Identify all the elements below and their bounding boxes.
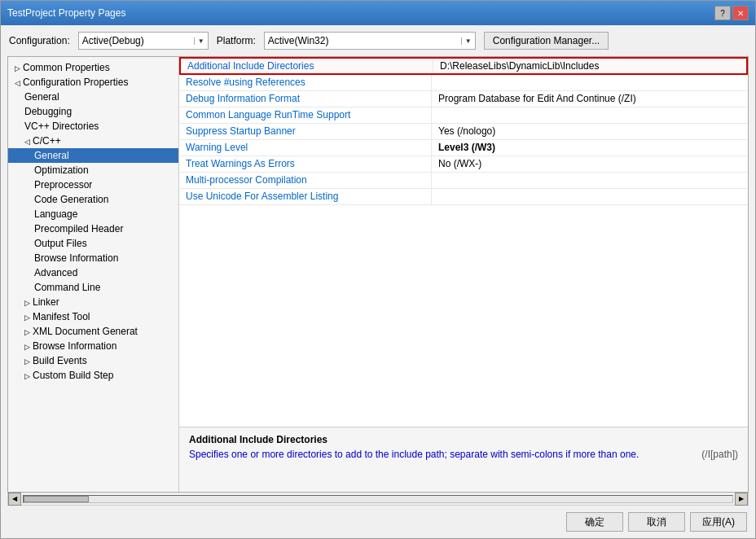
sidebar-item-general[interactable]: General bbox=[8, 90, 178, 104]
sidebar-item-browse-info-cpp[interactable]: Browse Information bbox=[8, 251, 178, 265]
config-arrow-icon: ▼ bbox=[194, 37, 204, 45]
info-desc-text: Specifies one or more directories to add… bbox=[189, 449, 639, 460]
properties-table: Additional Include DirectoriesD:\Release… bbox=[179, 57, 748, 427]
sidebar-item-label: Optimization bbox=[34, 164, 89, 176]
property-row[interactable]: Additional Include DirectoriesD:\Release… bbox=[179, 57, 748, 75]
info-title: Additional Include Directories bbox=[189, 434, 738, 445]
sidebar: ▷Common Properties◁Configuration Propert… bbox=[8, 57, 179, 492]
sidebar-item-label: General bbox=[34, 150, 69, 161]
sidebar-item-xml-doc[interactable]: ▷XML Document Generat bbox=[8, 324, 178, 339]
confirm-button[interactable]: 确定 bbox=[566, 512, 623, 532]
property-name: Warning Level bbox=[179, 140, 432, 156]
tree-icon: ▷ bbox=[24, 313, 30, 322]
config-manager-button[interactable]: Configuration Manager... bbox=[484, 32, 609, 50]
platform-value: Active(Win32) bbox=[268, 35, 329, 46]
scroll-left-button[interactable]: ◀ bbox=[8, 493, 21, 506]
scroll-right-button[interactable]: ▶ bbox=[735, 493, 748, 506]
bottom-bar: 确定 取消 应用(A) bbox=[1, 506, 755, 538]
title-bar-buttons: ? ✕ bbox=[714, 6, 749, 20]
info-panel: Additional Include Directories (/I[path]… bbox=[179, 427, 748, 492]
property-value: Level3 (/W3) bbox=[432, 140, 748, 156]
info-description: (/I[path]) Specifies one or more directo… bbox=[189, 449, 738, 460]
sidebar-item-label: VC++ Directories bbox=[24, 121, 99, 132]
sidebar-item-optimization[interactable]: Optimization bbox=[8, 163, 178, 177]
property-name: Suppress Startup Banner bbox=[179, 124, 432, 139]
sidebar-item-label: Code Generation bbox=[34, 194, 108, 205]
property-value: Program Database for Edit And Continue (… bbox=[432, 91, 748, 107]
sidebar-item-custom-build[interactable]: ▷Custom Build Step bbox=[8, 368, 178, 383]
sidebar-item-label: Configuration Properties bbox=[23, 77, 128, 88]
scroll-track[interactable] bbox=[23, 495, 733, 503]
sidebar-item-label: Custom Build Step bbox=[33, 370, 113, 381]
property-row[interactable]: Common Language RunTime Support bbox=[179, 107, 748, 124]
cancel-button[interactable]: 取消 bbox=[628, 512, 685, 532]
property-row[interactable]: Resolve #using References bbox=[179, 75, 748, 91]
scroll-thumb[interactable] bbox=[24, 496, 89, 502]
property-value bbox=[432, 75, 748, 90]
sidebar-item-common-props[interactable]: ▷Common Properties bbox=[8, 60, 178, 75]
sidebar-item-debugging[interactable]: Debugging bbox=[8, 104, 178, 119]
content-panel: Additional Include DirectoriesD:\Release… bbox=[179, 57, 748, 492]
close-button[interactable]: ✕ bbox=[732, 6, 749, 20]
sidebar-item-code-gen[interactable]: Code Generation bbox=[8, 192, 178, 207]
sidebar-item-label: C/C++ bbox=[33, 135, 61, 147]
config-value: Active(Debug) bbox=[82, 35, 144, 46]
sidebar-item-build-events[interactable]: ▷Build Events bbox=[8, 353, 178, 368]
tree-icon: ▷ bbox=[24, 372, 30, 380]
title-bar: TestProject Property Pages ? ✕ bbox=[1, 1, 755, 25]
sidebar-item-output-files[interactable]: Output Files bbox=[8, 236, 178, 251]
property-name: Common Language RunTime Support bbox=[179, 107, 432, 123]
sidebar-item-cmd-line[interactable]: Command Line bbox=[8, 280, 178, 295]
sidebar-item-cpp[interactable]: ◁C/C++ bbox=[8, 134, 178, 148]
platform-arrow-icon: ▼ bbox=[461, 37, 472, 45]
platform-label: Platform: bbox=[217, 35, 256, 46]
sidebar-item-label: Output Files bbox=[34, 238, 87, 249]
property-name: Resolve #using References bbox=[179, 75, 432, 90]
sidebar-item-label: Precompiled Header bbox=[34, 223, 123, 234]
property-row[interactable]: Treat Warnings As ErrorsNo (/WX-) bbox=[179, 156, 748, 173]
sidebar-item-language[interactable]: Language bbox=[8, 207, 178, 221]
config-bar: Configuration: Active(Debug) ▼ Platform:… bbox=[1, 25, 755, 56]
tree-icon: ▷ bbox=[24, 357, 30, 366]
property-row[interactable]: Debug Information FormatProgram Database… bbox=[179, 91, 748, 107]
tree-icon: ◁ bbox=[24, 138, 30, 146]
dialog-window: TestProject Property Pages ? ✕ Configura… bbox=[0, 0, 756, 539]
platform-select[interactable]: Active(Win32) ▼ bbox=[264, 32, 476, 50]
property-row[interactable]: Warning LevelLevel3 (/W3) bbox=[179, 140, 748, 156]
sidebar-item-label: Advanced bbox=[34, 267, 77, 278]
apply-button[interactable]: 应用(A) bbox=[690, 512, 747, 532]
help-button[interactable]: ? bbox=[714, 6, 731, 20]
window-title: TestProject Property Pages bbox=[7, 7, 125, 19]
sidebar-item-linker[interactable]: ▷Linker bbox=[8, 295, 178, 309]
sidebar-item-manifest-tool[interactable]: ▷Manifest Tool bbox=[8, 309, 178, 324]
configuration-select[interactable]: Active(Debug) ▼ bbox=[78, 32, 209, 50]
property-value bbox=[432, 107, 748, 123]
sidebar-item-browse-info[interactable]: ▷Browse Information bbox=[8, 339, 178, 353]
property-value bbox=[432, 189, 748, 204]
property-row[interactable]: Multi-processor Compilation bbox=[179, 173, 748, 189]
property-name: Use Unicode For Assembler Listing bbox=[179, 189, 432, 204]
property-value: Yes (/nologo) bbox=[432, 124, 748, 139]
tree-icon: ◁ bbox=[15, 79, 20, 87]
sidebar-item-preprocessor[interactable]: Preprocessor bbox=[8, 177, 178, 192]
sidebar-item-precompiled[interactable]: Precompiled Header bbox=[8, 221, 178, 236]
property-row[interactable]: Suppress Startup BannerYes (/nologo) bbox=[179, 124, 748, 140]
property-value: D:\ReleaseLibs\DynamicLib\Includes bbox=[433, 59, 746, 73]
sidebar-item-config-props[interactable]: ◁Configuration Properties bbox=[8, 75, 178, 90]
info-hint: (/I[path]) bbox=[701, 449, 738, 460]
property-name: Multi-processor Compilation bbox=[179, 173, 432, 188]
sidebar-item-cpp-general[interactable]: General bbox=[8, 148, 178, 163]
sidebar-item-label: Language bbox=[34, 208, 77, 220]
sidebar-item-label: Common Properties bbox=[23, 62, 110, 73]
tree-icon: ▷ bbox=[24, 328, 30, 336]
sidebar-item-advanced[interactable]: Advanced bbox=[8, 265, 178, 280]
property-value: No (/WX-) bbox=[432, 156, 748, 172]
tree-icon: ▷ bbox=[24, 343, 30, 351]
sidebar-item-label: General bbox=[24, 91, 59, 103]
sidebar-item-vcpp-dirs[interactable]: VC++ Directories bbox=[8, 119, 178, 134]
info-link: semi-colons bbox=[511, 449, 563, 460]
sidebar-item-label: Linker bbox=[33, 296, 59, 308]
tree-icon: ▷ bbox=[15, 64, 20, 72]
sidebar-item-label: Command Line bbox=[34, 282, 100, 293]
property-row[interactable]: Use Unicode For Assembler Listing bbox=[179, 189, 748, 205]
